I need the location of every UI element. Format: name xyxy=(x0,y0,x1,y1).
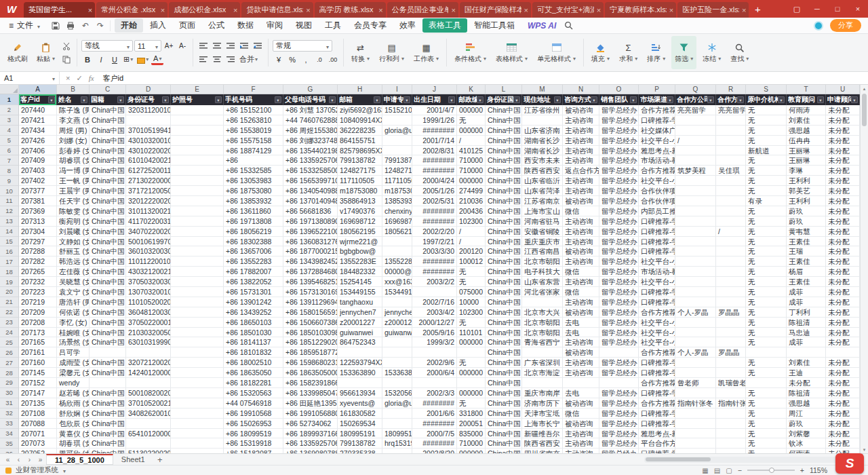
cell[interactable]: 湖南省长沙 xyxy=(522,136,563,146)
cell[interactable]: 留学总经办 xyxy=(599,206,639,216)
cell[interactable]: 000000 xyxy=(457,176,486,186)
cell[interactable]: +86 刘慧 137052 xyxy=(283,105,338,115)
cell[interactable]: +86 17882007 xyxy=(224,267,283,277)
cell[interactable]: 蔚玖 xyxy=(787,206,826,216)
cell[interactable]: 200051 xyxy=(457,419,486,429)
cell[interactable]: 000000 xyxy=(457,449,486,453)
cell[interactable]: 102300 xyxy=(457,307,486,318)
cell[interactable]: 新疆维吾尔 xyxy=(522,429,563,439)
cell[interactable]: 2000/6/4 xyxy=(412,368,457,378)
wps-floating-logo[interactable]: S xyxy=(835,453,864,474)
cell[interactable]: 汤景然 (女 xyxy=(57,337,90,347)
cell[interactable]: 主动咨询 xyxy=(563,358,599,368)
header-cell[interactable]: 合作方公司▾ xyxy=(675,94,716,105)
page-layout-view-icon[interactable]: ▤ xyxy=(714,467,720,474)
cell[interactable]: 无 xyxy=(457,318,486,328)
cell[interactable]: 180995191 xyxy=(338,429,382,439)
row-number[interactable]: 33 xyxy=(0,419,19,429)
cell[interactable]: 北京市朝阳 xyxy=(522,328,563,338)
cell[interactable]: 返点合作方 xyxy=(563,166,599,176)
cell[interactable] xyxy=(716,297,746,307)
cell[interactable]: China中国 xyxy=(90,176,126,186)
cell[interactable] xyxy=(171,307,224,318)
cell[interactable]: ziyi5692@163.co xyxy=(338,105,382,115)
cell[interactable]: 留学总经办 xyxy=(599,136,639,146)
cell[interactable]: 未分配 xyxy=(826,287,860,297)
cell[interactable]: +86 1340540988 xyxy=(283,186,338,196)
column-header-A[interactable]: A xyxy=(19,85,57,94)
column-header-D[interactable]: D xyxy=(126,85,171,94)
header-cell[interactable]: 国籍▾ xyxy=(90,94,126,105)
cell[interactable]: 无 xyxy=(746,307,787,318)
cell[interactable]: 主动咨询 xyxy=(563,227,599,237)
cell[interactable]: 被动咨询 xyxy=(563,196,599,206)
cell[interactable]: China中国 xyxy=(486,216,522,227)
cell[interactable] xyxy=(412,287,457,297)
cell[interactable]: +86 13552283 xyxy=(224,256,283,267)
row-number[interactable]: 15 xyxy=(0,237,19,247)
cell[interactable] xyxy=(599,378,639,388)
cell[interactable] xyxy=(171,216,224,227)
filter-dropdown-button[interactable]: ▾ xyxy=(162,96,169,103)
cell[interactable]: 无 xyxy=(746,318,787,328)
align-bottom-icon[interactable] xyxy=(224,40,237,52)
cell[interactable]: 主动咨询 xyxy=(563,256,599,267)
cell[interactable]: 未分配 xyxy=(826,408,860,419)
cell[interactable]: 153449155 xyxy=(382,287,412,297)
cell[interactable]: 360103200303300725 xyxy=(126,246,171,256)
cell[interactable]: 刘晨曦 (女 xyxy=(57,227,90,237)
cell[interactable] xyxy=(171,105,224,115)
cell[interactable] xyxy=(716,206,746,216)
cell[interactable]: 207232 xyxy=(19,277,57,287)
decrease-font-button[interactable]: A- xyxy=(176,40,189,52)
cell[interactable]: China中国 xyxy=(486,176,522,186)
cut-icon[interactable] xyxy=(60,40,73,52)
cell[interactable]: 胡睿琪 (女 xyxy=(57,155,90,166)
chevron-down-icon[interactable] xyxy=(62,466,66,474)
cell[interactable] xyxy=(171,206,224,216)
cell[interactable] xyxy=(171,287,224,297)
cell[interactable] xyxy=(171,347,224,358)
cell[interactable]: +86 1899937166 xyxy=(283,429,338,439)
cell[interactable]: +86 15320563 xyxy=(224,388,283,398)
cell[interactable]: 654101200007050581 xyxy=(126,429,171,439)
cell[interactable]: 留学总经办 xyxy=(599,307,639,318)
cell[interactable]: 310113200211152925 xyxy=(126,206,171,216)
cell[interactable]: 李文燕 (女 xyxy=(57,115,90,126)
cell[interactable] xyxy=(716,246,746,256)
borders-button[interactable]: ⊞ xyxy=(122,54,134,65)
close-tab-icon[interactable]: × xyxy=(451,6,455,14)
close-tab-icon[interactable]: × xyxy=(306,6,310,14)
conditional-format-button[interactable]: 条件格式 xyxy=(451,36,490,69)
comma-format-button[interactable]: , xyxy=(300,54,312,65)
cell[interactable] xyxy=(716,186,746,196)
cell[interactable] xyxy=(171,267,224,277)
cell[interactable]: 207165 xyxy=(19,337,57,347)
cell[interactable]: 韩浩远 (女 xyxy=(57,256,90,267)
search-icon[interactable] xyxy=(563,20,574,31)
column-header-H[interactable]: H xyxy=(338,85,382,94)
cell[interactable]: 被动咨询 xyxy=(563,398,599,408)
column-header-B[interactable]: B xyxy=(57,85,90,94)
cell[interactable] xyxy=(126,419,171,429)
cell[interactable]: 北京市大兴 xyxy=(522,307,563,318)
column-header-G[interactable]: G xyxy=(283,85,338,94)
cell[interactable]: 留学总经办 xyxy=(599,449,639,453)
cell[interactable]: ######## xyxy=(412,206,457,216)
cell[interactable]: wendy xyxy=(57,378,90,388)
cell[interactable]: 彭春婷 (女 xyxy=(57,146,90,156)
cell[interactable]: jennychen7 xyxy=(382,307,412,318)
cell[interactable]: 207088 xyxy=(19,419,57,429)
increase-indent-icon[interactable] xyxy=(252,40,264,52)
cell[interactable]: 207406 xyxy=(19,146,57,156)
cell[interactable]: 吴佳琪 xyxy=(716,166,746,176)
cell[interactable]: China中国 xyxy=(90,358,126,368)
cell[interactable]: China中国 xyxy=(486,438,522,449)
cell[interactable]: 未分配 xyxy=(826,176,860,186)
cell[interactable]: 161830582 xyxy=(338,408,382,419)
cell[interactable]: 未分配 xyxy=(826,358,860,368)
cell[interactable] xyxy=(716,337,746,347)
cell[interactable]: +86 18141137 xyxy=(224,337,283,347)
cell[interactable]: +86 1370140948 xyxy=(283,196,338,206)
cell[interactable]: 个人-罗晶 xyxy=(675,347,716,358)
